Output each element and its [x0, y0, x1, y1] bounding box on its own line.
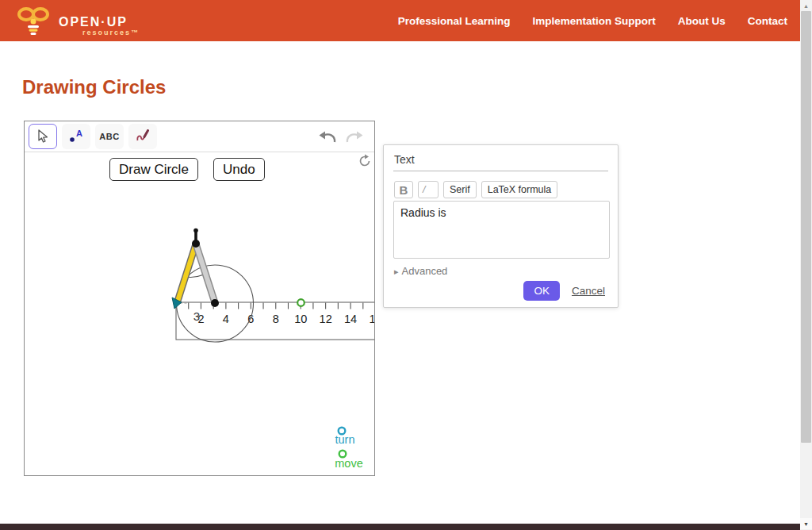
text-tool-button[interactable]: ABC	[95, 124, 124, 149]
brand-subtitle: resources™	[82, 29, 140, 36]
point-tool-label: A	[76, 129, 82, 138]
construction-canvas: 246810121416 3	[25, 152, 374, 475]
advanced-label: Advanced	[402, 265, 448, 277]
advanced-toggle[interactable]: ▸Advanced	[394, 265, 447, 277]
move-handle[interactable]: move	[335, 451, 362, 470]
ruler-number: 16	[369, 313, 374, 325]
ruler-number: 10	[294, 313, 307, 325]
bottom-bar	[0, 524, 800, 530]
green-point[interactable]	[297, 299, 304, 306]
site-header: OPEN·UP resources™ Professional Learning…	[0, 0, 800, 41]
compass-leg-gray[interactable]	[196, 244, 215, 303]
dialog-actions: OK Cancel	[523, 281, 605, 301]
pen-tool-button[interactable]	[128, 124, 157, 149]
nav-contact[interactable]: Contact	[748, 15, 787, 27]
italic-button[interactable]: /	[418, 181, 439, 198]
reset-view-icon[interactable]	[358, 154, 372, 168]
text-tool-label: ABC	[99, 132, 119, 141]
point-tool-button[interactable]: A	[62, 124, 90, 149]
scrollbar-thumb[interactable]	[801, 11, 811, 443]
move-tool-button[interactable]	[29, 124, 57, 149]
radius-value-label: 3	[193, 309, 200, 323]
bold-button[interactable]: B	[394, 181, 413, 198]
scroll-down-icon[interactable]: ▼	[800, 518, 812, 529]
compass-hinge-point[interactable]	[192, 240, 200, 248]
undo-icon[interactable]	[317, 129, 338, 145]
ruler[interactable]: 246810121416	[176, 302, 374, 340]
turn-label: turn	[335, 433, 355, 446]
ruler-number: 8	[273, 313, 279, 325]
draw-circle-button[interactable]: Draw Circle	[109, 158, 198, 181]
undo-redo-group	[317, 129, 365, 145]
advanced-arrow-icon: ▸	[394, 267, 399, 276]
undo-button[interactable]: Undo	[213, 158, 265, 181]
cursor-arrow-icon	[36, 129, 49, 144]
ok-button[interactable]: OK	[523, 281, 560, 301]
page-scrollbar[interactable]: ▲ ▼	[800, 0, 812, 530]
latex-formula-button[interactable]: LaTeX formula	[481, 181, 558, 198]
text-input[interactable]: Radius is	[393, 201, 610, 259]
move-point[interactable]	[339, 451, 347, 458]
dialog-format-toolbar: B / Serif LaTeX formula	[394, 181, 557, 198]
move-label: move	[335, 457, 362, 470]
ruler-number: 14	[344, 313, 357, 325]
pen-icon	[136, 129, 150, 144]
page-title: Drawing Circles	[22, 76, 166, 98]
nav-about-us[interactable]: About Us	[678, 15, 726, 27]
bee-icon	[14, 4, 54, 39]
brand-name: OPEN·UP	[59, 15, 128, 29]
turn-handle[interactable]: turn	[335, 428, 355, 446]
cancel-button[interactable]: Cancel	[572, 285, 605, 297]
dialog-divider	[393, 171, 608, 171]
ruler-number: 6	[247, 313, 254, 325]
scroll-up-icon[interactable]: ▲	[800, 0, 812, 11]
nav-professional-learning[interactable]: Professional Learning	[398, 15, 511, 27]
main-nav: Professional Learning Implementation Sup…	[398, 0, 787, 41]
redo-icon[interactable]	[344, 129, 365, 145]
compass-leg-yellow[interactable]	[178, 244, 197, 303]
dialog-title: Text	[394, 153, 415, 166]
text-dialog: Text B / Serif LaTeX formula Radius is ▸…	[383, 144, 619, 308]
compass-pencil-point[interactable]	[211, 299, 219, 307]
openup-logo[interactable]: OPEN·UP resources™	[14, 4, 133, 39]
ruler-number: 4	[223, 313, 229, 325]
graphics-view[interactable]: 246810121416 3	[25, 152, 374, 475]
nav-implementation-support[interactable]: Implementation Support	[533, 15, 656, 27]
serif-button[interactable]: Serif	[443, 181, 477, 198]
point-icon: A	[67, 129, 85, 144]
geogebra-applet: A ABC 246810121416	[24, 121, 375, 476]
ruler-number: 12	[320, 313, 332, 325]
